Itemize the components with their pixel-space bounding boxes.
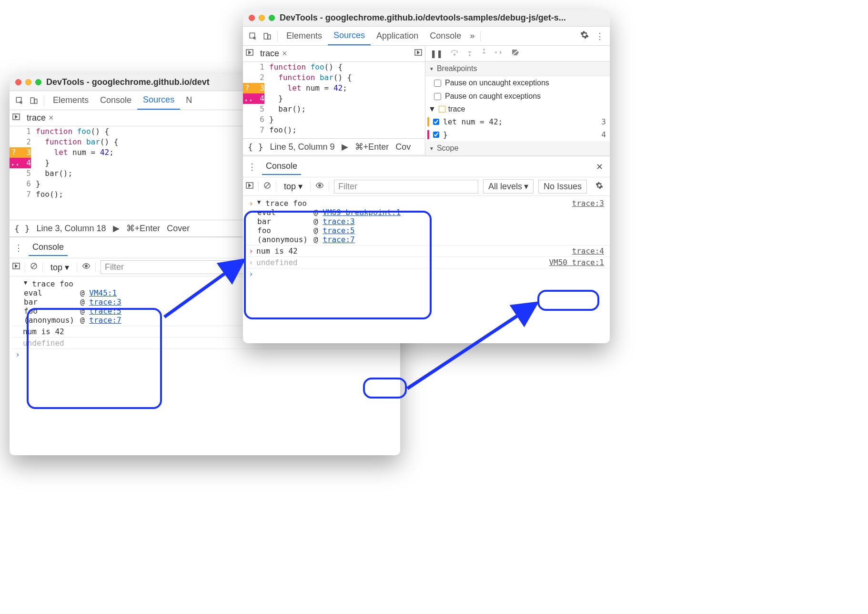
close-drawer-icon[interactable]: ✕ bbox=[592, 162, 607, 172]
zoom-dot[interactable] bbox=[35, 79, 41, 85]
scope-header[interactable]: ▼Scope bbox=[425, 141, 610, 155]
breakpoint-row[interactable]: let num = 42;3 bbox=[425, 115, 610, 128]
close-icon[interactable]: × bbox=[49, 113, 54, 123]
stack-link[interactable]: trace:5 bbox=[89, 307, 121, 316]
context-selector[interactable]: top ▾ bbox=[48, 261, 72, 274]
device-icon[interactable] bbox=[27, 92, 41, 109]
console-settings-icon[interactable] bbox=[592, 182, 607, 192]
clear-console-icon[interactable] bbox=[263, 182, 271, 192]
bp-checkbox[interactable] bbox=[433, 119, 439, 125]
live-expr-icon[interactable] bbox=[82, 262, 91, 273]
breakpoint-group[interactable]: ▼trace bbox=[425, 103, 610, 115]
run-icon[interactable]: ▶ bbox=[113, 223, 120, 234]
step-into-icon[interactable] bbox=[466, 49, 473, 58]
sidebar-toggle-icon[interactable] bbox=[12, 262, 20, 272]
source-editor[interactable]: 1 2 3 4 5 6 7 function foo() { function … bbox=[243, 62, 425, 138]
drawer-menu-icon[interactable]: ⋮ bbox=[246, 162, 258, 172]
pause-icon[interactable]: ❚❚ bbox=[430, 49, 443, 58]
file-icon bbox=[439, 106, 445, 113]
editor-status: { } Line 5, Column 9 ▶ ⌘+Enter Cov bbox=[243, 138, 425, 155]
coverage[interactable]: Cover bbox=[167, 224, 190, 234]
stack-link[interactable]: VM45:1 bbox=[89, 288, 117, 297]
stack-link[interactable]: trace:7 bbox=[323, 235, 354, 244]
sidebar-toggle-icon[interactable] bbox=[246, 182, 253, 192]
console-prompt[interactable]: › bbox=[12, 348, 400, 360]
pause-caught[interactable]: Pause on caught exceptions bbox=[425, 90, 610, 103]
kebab-icon[interactable]: ⋮ bbox=[593, 28, 607, 44]
settings-icon[interactable] bbox=[576, 31, 593, 41]
step-over-icon[interactable] bbox=[450, 49, 459, 58]
breakpoints-header[interactable]: ▼Breakpoints bbox=[425, 61, 610, 76]
stack-link[interactable]: trace:7 bbox=[89, 316, 121, 325]
file-tab-trace[interactable]: trace × bbox=[24, 112, 57, 124]
cursor-position: Line 3, Column 18 bbox=[37, 224, 106, 234]
run-icon[interactable]: ▶ bbox=[342, 142, 348, 152]
checkbox[interactable] bbox=[434, 93, 441, 100]
pretty-print-button[interactable]: { } bbox=[248, 142, 263, 152]
svg-line-7 bbox=[32, 264, 36, 268]
stack-link[interactable]: trace:3 bbox=[89, 297, 121, 307]
file-tab-trace[interactable]: trace × bbox=[257, 48, 290, 60]
stack-link[interactable]: trace:5 bbox=[323, 226, 354, 235]
source-link[interactable]: trace:3 bbox=[572, 199, 608, 208]
navigator-toggle-icon[interactable] bbox=[246, 49, 253, 59]
tab-sources[interactable]: Sources bbox=[328, 27, 371, 45]
tab-elements[interactable]: Elements bbox=[47, 92, 94, 109]
line-gutter: 1 2 3 4 5 6 7 bbox=[10, 126, 36, 220]
stack-link[interactable]: trace:3 bbox=[323, 217, 354, 226]
tab-overflow[interactable]: N bbox=[180, 92, 198, 109]
separator bbox=[44, 95, 44, 106]
pause-uncaught[interactable]: Pause on uncaught exceptions bbox=[425, 76, 610, 90]
console-row: ‹ undefined VM50 trace:1 bbox=[246, 256, 610, 268]
svg-point-15 bbox=[469, 54, 471, 56]
tab-console[interactable]: Console bbox=[424, 27, 467, 45]
inspect-icon[interactable] bbox=[246, 28, 260, 44]
coverage[interactable]: Cov bbox=[395, 142, 411, 152]
tab-application[interactable]: Application bbox=[371, 27, 424, 45]
device-icon[interactable] bbox=[260, 28, 274, 44]
panel-tabs: Elements Sources Application Console » ⋮ bbox=[243, 27, 610, 46]
drawer-tab-console[interactable]: Console bbox=[262, 158, 301, 175]
disclosure-icon[interactable]: ▼ bbox=[257, 199, 261, 208]
svg-point-22 bbox=[319, 184, 321, 186]
source-link[interactable]: VM50 trace:1 bbox=[549, 258, 608, 267]
close-dot[interactable] bbox=[15, 79, 21, 85]
traffic-lights bbox=[249, 15, 275, 21]
tabs-overflow-icon[interactable]: » bbox=[467, 27, 477, 45]
tab-elements[interactable]: Elements bbox=[281, 27, 328, 45]
pretty-print-button[interactable]: { } bbox=[14, 224, 30, 234]
deactivate-bp-icon[interactable] bbox=[511, 49, 520, 58]
log-levels[interactable]: All levels ▾ bbox=[483, 179, 534, 194]
step-out-icon[interactable] bbox=[481, 49, 487, 58]
file-tabs-bar: trace × bbox=[243, 46, 425, 62]
console-prompt[interactable]: › bbox=[246, 268, 610, 279]
debugger-sidebar: ❚❚ ▼Breakpoints Pause on uncaught except… bbox=[425, 46, 610, 156]
tab-console[interactable]: Console bbox=[94, 92, 137, 109]
close-icon[interactable]: × bbox=[282, 49, 287, 59]
tabs-overflow-icon[interactable] bbox=[414, 49, 422, 59]
svg-rect-2 bbox=[35, 99, 37, 103]
drawer-menu-icon[interactable]: ⋮ bbox=[12, 243, 25, 253]
tab-sources[interactable]: Sources bbox=[137, 91, 180, 110]
context-selector[interactable]: top ▾ bbox=[281, 180, 305, 193]
disclosure-icon[interactable]: ▼ bbox=[24, 279, 27, 288]
issues-button[interactable]: No Issues bbox=[538, 180, 587, 194]
breakpoint-row[interactable]: }4 bbox=[425, 128, 610, 141]
stack-link[interactable]: VM69 breakpoint:1 bbox=[323, 208, 401, 217]
checkbox[interactable] bbox=[434, 80, 441, 87]
clear-console-icon[interactable] bbox=[30, 262, 38, 272]
step-icon[interactable] bbox=[495, 49, 504, 58]
source-link[interactable]: trace:4 bbox=[572, 246, 608, 256]
live-expr-icon[interactable] bbox=[315, 181, 324, 192]
svg-point-8 bbox=[85, 265, 88, 267]
bp-checkbox[interactable] bbox=[433, 132, 439, 138]
close-dot[interactable] bbox=[249, 15, 255, 21]
svg-point-14 bbox=[454, 54, 455, 55]
minimize-dot[interactable] bbox=[25, 79, 31, 85]
minimize-dot[interactable] bbox=[259, 15, 265, 21]
navigator-toggle-icon[interactable] bbox=[12, 113, 20, 123]
drawer-tab-console[interactable]: Console bbox=[29, 239, 68, 256]
inspect-icon[interactable] bbox=[12, 92, 27, 109]
zoom-dot[interactable] bbox=[269, 15, 275, 21]
filter-input[interactable]: Filter bbox=[334, 180, 478, 194]
